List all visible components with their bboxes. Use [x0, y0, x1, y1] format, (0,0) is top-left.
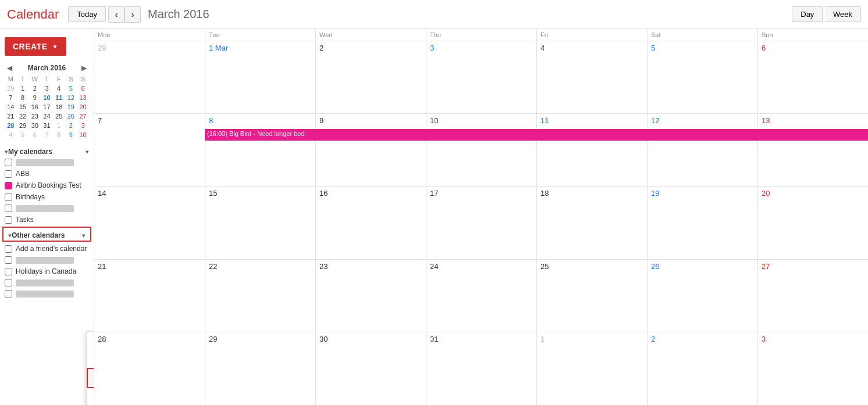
day-number: 5 [651, 44, 655, 52]
calendar-cell[interactable]: 16 [315, 187, 426, 259]
my-calendar-item[interactable]: Airbnb Bookings Test [0, 180, 94, 191]
day-number: 18 [540, 189, 549, 198]
create-label: CREATE [13, 42, 48, 51]
day-number: 11 [540, 116, 549, 125]
my-calendar-item[interactable]: ABB [0, 168, 94, 180]
calendar-cell[interactable]: 22 [205, 260, 315, 332]
create-button[interactable]: CREATE ▼ [5, 37, 66, 56]
day-number: 17 [430, 189, 438, 198]
calendar-cell[interactable]: 4 [536, 41, 647, 113]
calendar-cell[interactable]: 14 [94, 187, 205, 259]
dropdown-item[interactable]: Add a friend's calendar [87, 332, 94, 350]
my-calendars-list: ABBAirbnb Bookings TestBirthdaysTasks [0, 157, 94, 225]
calendar-cell[interactable]: 17 [426, 187, 536, 259]
day-number: 29 [98, 44, 106, 52]
calendar-cell[interactable]: 5 [647, 41, 757, 113]
day-number: 12 [651, 116, 659, 125]
day-number: 31 [430, 335, 438, 343]
other-calendar-item[interactable] [0, 255, 94, 266]
calendar-cell[interactable]: 12 [647, 114, 757, 186]
day-number: 3 [762, 335, 766, 343]
calendar-cell[interactable]: 9 [315, 114, 426, 186]
day-number: 23 [319, 262, 328, 271]
calendar-cell[interactable]: 1 Mar [205, 41, 315, 113]
day-view-button[interactable]: Day [792, 6, 823, 22]
calendar-cell[interactable]: 25 [536, 260, 647, 332]
other-calendar-item[interactable]: Holidays in Canada [0, 266, 94, 277]
calendar-cell[interactable]: 21 [94, 260, 205, 332]
my-calendar-item[interactable] [0, 157, 94, 168]
calendar-header-row: MonTueWedThuFriSatSun [94, 29, 868, 41]
calendar-grid: MonTueWedThuFriSatSun 291 Mar23456789101… [94, 29, 868, 405]
calendar-cell[interactable]: 30 [315, 332, 426, 405]
calendar-week: 291 Mar23456 [94, 41, 868, 114]
calendar-cell[interactable]: 10 [426, 114, 536, 186]
day-number: 8 [209, 116, 213, 125]
calendar-cell[interactable]: 18 [536, 187, 647, 259]
calendar-cell[interactable]: 23 [315, 260, 426, 332]
app-title: Calendar [7, 7, 59, 22]
today-button[interactable]: Today [68, 6, 106, 22]
calendar-cell[interactable]: 11 [536, 114, 647, 186]
week-view-button[interactable]: Week [825, 6, 861, 22]
calendar-cell[interactable]: 27 [757, 260, 868, 332]
calendar-cell[interactable]: 8 [205, 114, 315, 186]
calendar-week: 14151617181920 [94, 187, 868, 259]
calendar-day-header: Wed [315, 29, 426, 41]
dropdown-item[interactable]: Import calendar [87, 388, 94, 405]
other-calendar-item[interactable] [0, 277, 94, 288]
calendar-day-header: Thu [426, 29, 536, 41]
calendar-cell[interactable]: 3 [757, 332, 868, 405]
calendar-cell[interactable]: 31 [426, 332, 536, 405]
my-calendars-section[interactable]: ▾ My calendars ▾ [0, 144, 94, 157]
calendar-cell[interactable]: 3 [426, 41, 536, 113]
my-calendars-label: My calendars [8, 148, 86, 156]
calendar-cell[interactable]: 28 [94, 332, 205, 405]
calendar-cell[interactable]: 15 [205, 187, 315, 259]
other-calendars-section[interactable]: ▾ Other calendars ▾ [2, 227, 91, 242]
sidebar: CREATE ▼ ◀ March 2016 ▶ MTWTFSS 29123456… [0, 29, 94, 405]
my-calendar-item[interactable]: Tasks [0, 214, 94, 225]
my-calendar-item[interactable]: Birthdays [0, 191, 94, 203]
calendar-cell[interactable]: 20 [757, 187, 868, 259]
calendar-cell[interactable]: 19 [647, 187, 757, 259]
mini-cal-next[interactable]: ▶ [79, 64, 89, 72]
day-number: 4 [540, 44, 545, 52]
calendar-cell[interactable]: 29 [205, 332, 315, 405]
calendar-cell[interactable]: 1 [536, 332, 647, 405]
dropdown-item[interactable]: Add by URL [87, 368, 94, 388]
other-calendar-item[interactable]: Add a friend's calendar [0, 243, 94, 255]
day-number: 7 [98, 116, 102, 125]
day-number: 15 [209, 189, 217, 198]
calendar-cell[interactable]: 13 [757, 114, 868, 186]
calendar-cell[interactable]: 2 [315, 41, 426, 113]
dropdown-item[interactable]: Browse Interesting Calendars [87, 350, 94, 368]
day-number: 28 [98, 335, 106, 343]
day-number: 1 [540, 335, 545, 343]
calendar-week: 21222324252627 [94, 260, 868, 332]
day-number: 25 [540, 262, 549, 271]
create-dropdown-arrow: ▼ [52, 44, 58, 50]
day-number: 10 [430, 116, 438, 125]
calendar-cell[interactable]: 29 [94, 41, 205, 113]
calendar-day-header: Fri [536, 29, 647, 41]
calendar-day-header: Tue [205, 29, 315, 41]
calendar-day-header: Mon [94, 29, 205, 41]
calendar-cell[interactable]: 24 [426, 260, 536, 332]
mini-cal-prev[interactable]: ◀ [5, 64, 15, 72]
prev-button[interactable]: ‹ [108, 6, 124, 23]
day-number: 6 [762, 44, 766, 52]
day-number: 14 [98, 189, 106, 198]
day-number: 16 [319, 189, 328, 198]
day-number: 1 Mar [209, 44, 228, 52]
calendar-cell[interactable]: 7 [94, 114, 205, 186]
calendar-cell[interactable]: 2 [647, 332, 757, 405]
calendar-day-header: Sun [757, 29, 868, 41]
my-calendar-item[interactable] [0, 203, 94, 214]
day-number: 24 [430, 262, 438, 271]
next-button[interactable]: › [124, 6, 141, 23]
calendar-cell[interactable]: 6 [757, 41, 868, 113]
other-calendar-item[interactable] [0, 288, 94, 299]
calendar-event[interactable]: (16:00) Big Bird - Need longer bed [205, 129, 868, 141]
calendar-cell[interactable]: 26 [647, 260, 757, 332]
